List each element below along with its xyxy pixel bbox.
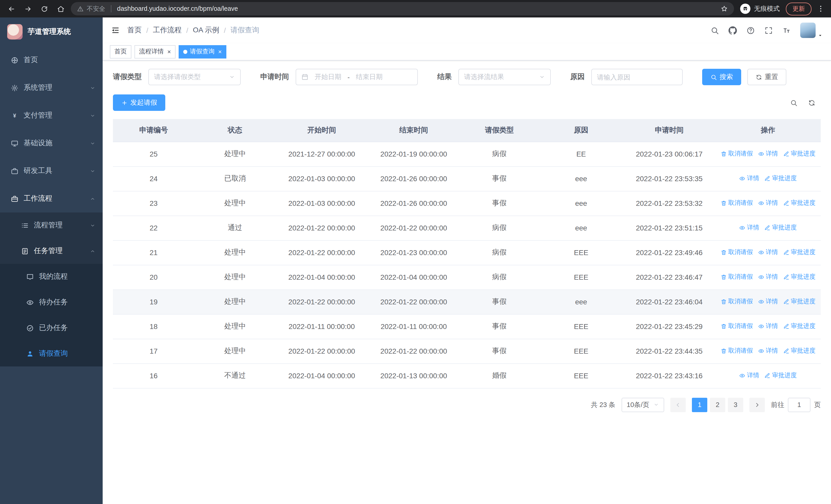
sidebar-item-1[interactable]: 系统管理 [0, 74, 103, 101]
action-view-link[interactable]: 详情 [739, 174, 759, 183]
fullscreen-icon[interactable] [764, 26, 773, 35]
tab-close-icon[interactable]: × [167, 49, 171, 55]
home-icon[interactable] [54, 3, 67, 15]
briefcase-icon [10, 195, 19, 203]
action-delete-link[interactable]: 取消请假 [720, 273, 753, 281]
table-refresh-icon[interactable] [808, 99, 815, 107]
help-icon[interactable] [746, 26, 755, 35]
kebab-menu-icon[interactable] [815, 5, 826, 13]
action-delete-link[interactable]: 取消请假 [720, 297, 753, 306]
reload-icon[interactable] [38, 3, 50, 15]
sidebar-item-3[interactable]: 基础设施 [0, 129, 103, 157]
prev-page-button[interactable] [670, 397, 686, 412]
security-warning-icon[interactable] [77, 5, 84, 12]
back-icon[interactable] [5, 3, 18, 15]
edit-icon [764, 225, 770, 231]
page-button-3[interactable]: 3 [728, 397, 743, 412]
sidebar-item-10[interactable]: 已办任务 [0, 315, 103, 341]
action-edit-link[interactable]: 审批进度 [783, 347, 815, 355]
cell-actions: 详情审批进度 [715, 363, 821, 388]
action-edit-link[interactable]: 审批进度 [783, 322, 815, 331]
cell-status: 处理中 [194, 290, 276, 314]
reason-input[interactable] [597, 73, 677, 81]
address-bar[interactable]: 不安全 dashboard.yudao.iocoder.cn/bpm/oa/le… [71, 2, 734, 16]
leave-type-select[interactable]: 请选择请假类型 [148, 69, 241, 85]
breadcrumb-item[interactable]: 工作流程 [153, 26, 182, 35]
sidebar-item-0[interactable]: 首页 [0, 46, 103, 74]
font-size-icon[interactable] [782, 26, 791, 35]
tab-1[interactable]: 流程详情× [135, 45, 175, 58]
calendar-icon [301, 73, 309, 81]
tab-close-icon[interactable]: × [218, 49, 222, 55]
security-label[interactable]: 不安全 [87, 4, 105, 13]
sidebar-toggle-icon[interactable] [111, 26, 120, 35]
action-delete-link[interactable]: 取消请假 [720, 347, 753, 355]
action-view-link[interactable]: 详情 [739, 224, 759, 232]
edit-icon [783, 200, 789, 206]
sidebar-item-4[interactable]: 研发工具 [0, 157, 103, 185]
browser-window: 不安全 dashboard.yudao.iocoder.cn/bpm/oa/le… [0, 0, 831, 504]
action-edit-link[interactable]: 审批进度 [764, 224, 797, 232]
search-button[interactable]: 搜索 [702, 69, 741, 85]
action-edit-link[interactable]: 审批进度 [783, 297, 815, 306]
action-edit-link[interactable]: 审批进度 [783, 150, 815, 158]
breadcrumb-item[interactable]: 首页 [127, 26, 142, 35]
create-leave-button[interactable]: 发起请假 [113, 94, 165, 111]
page-button-1[interactable]: 1 [692, 397, 707, 412]
action-delete-link[interactable]: 取消请假 [720, 248, 753, 257]
tab-0[interactable]: 首页 [110, 45, 132, 58]
action-edit-link[interactable]: 审批进度 [783, 199, 815, 208]
edit-icon [783, 299, 789, 305]
forward-icon[interactable] [22, 3, 34, 15]
bookmark-star-icon[interactable] [721, 5, 728, 12]
sidebar-item-7[interactable]: 任务管理 [0, 238, 103, 264]
action-view-link[interactable]: 详情 [758, 150, 778, 158]
action-edit-link[interactable]: 审批进度 [764, 371, 797, 380]
sidebar-item-2[interactable]: ¥支付管理 [0, 101, 103, 129]
action-view-link[interactable]: 详情 [758, 347, 778, 355]
delete-icon [720, 151, 726, 157]
update-button[interactable]: 更新 [786, 2, 811, 15]
action-view-link[interactable]: 详情 [758, 248, 778, 257]
date-range-picker[interactable]: 开始日期 - 结束日期 [296, 69, 418, 85]
page-size-select[interactable]: 10条/页 [622, 397, 664, 412]
sidebar-item-11[interactable]: 请假查询 [0, 341, 103, 366]
page-button-2[interactable]: 2 [710, 397, 725, 412]
cell-apply-time: 2022-01-22 23:43:16 [623, 363, 715, 388]
url-text[interactable]: dashboard.yudao.iocoder.cn/bpm/oa/leave [117, 5, 718, 12]
next-page-button[interactable] [749, 397, 765, 412]
user-avatar[interactable] [800, 23, 823, 38]
reset-button[interactable]: 重置 [747, 69, 786, 85]
github-icon[interactable] [728, 26, 737, 35]
tab-2[interactable]: 请假查询× [179, 45, 226, 58]
table-search-icon[interactable] [790, 99, 798, 107]
action-view-link[interactable]: 详情 [758, 199, 778, 208]
action-delete-link[interactable]: 取消请假 [720, 199, 753, 208]
action-edit-link[interactable]: 审批进度 [783, 273, 815, 281]
breadcrumb-item[interactable]: OA 示例 [193, 26, 220, 35]
sidebar-item-5[interactable]: 工作流程 [0, 185, 103, 212]
action-edit-link[interactable]: 审批进度 [783, 248, 815, 257]
sidebar-item-9[interactable]: 待办任务 [0, 290, 103, 315]
cell-actions: 取消请假详情审批进度 [715, 191, 821, 215]
view-icon [758, 274, 764, 280]
sidebar-item-8[interactable]: 我的流程 [0, 264, 103, 290]
action-view-link[interactable]: 详情 [739, 371, 759, 380]
result-select[interactable]: 请选择流结果 [458, 69, 551, 85]
action-view-link[interactable]: 详情 [758, 297, 778, 306]
sidebar-logo[interactable]: 芋道管理系统 [0, 18, 103, 46]
action-edit-link[interactable]: 审批进度 [764, 174, 797, 183]
omnibox-divider [111, 5, 111, 12]
search-icon[interactable] [710, 26, 719, 35]
goto-page-input[interactable] [788, 397, 810, 412]
cell-actions: 取消请假详情审批进度 [715, 240, 821, 265]
action-view-link[interactable]: 详情 [758, 273, 778, 281]
sidebar-item-6[interactable]: 流程管理 [0, 212, 103, 238]
action-delete-link[interactable]: 取消请假 [720, 322, 753, 331]
leave-type-label: 请假类型 [113, 72, 142, 82]
sidebar: 芋道管理系统 首页系统管理¥支付管理基础设施研发工具工作流程流程管理任务管理我的… [0, 18, 103, 504]
cell-actions: 详情审批进度 [715, 215, 821, 240]
action-delete-link[interactable]: 取消请假 [720, 150, 753, 158]
reset-button-label: 重置 [765, 72, 778, 82]
action-view-link[interactable]: 详情 [758, 322, 778, 331]
